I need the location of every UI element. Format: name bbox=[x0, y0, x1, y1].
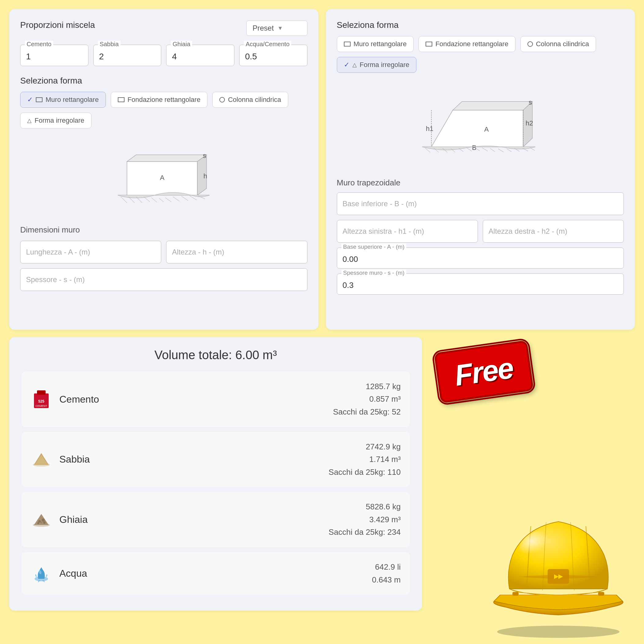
option-colonna-right-label: Colonna cilindrica bbox=[536, 40, 589, 48]
option-colonna[interactable]: Colonna cilindrica bbox=[212, 92, 288, 108]
svg-text:A: A bbox=[160, 174, 165, 181]
cemento-label: Cemento bbox=[25, 41, 53, 48]
sabbia-kg: 2742.9 kg bbox=[329, 441, 401, 453]
ghiaia-sacchi: Sacchi da 25kg: 234 bbox=[329, 526, 401, 539]
svg-marker-19 bbox=[453, 102, 532, 110]
svg-point-59 bbox=[497, 626, 620, 638]
spessore-muro-input[interactable] bbox=[343, 281, 618, 290]
svg-line-10 bbox=[144, 197, 150, 202]
cemento-input[interactable]: 1 bbox=[26, 52, 83, 61]
dimensioni-title: Dimensioni muro bbox=[20, 225, 307, 235]
free-badge: Free bbox=[434, 340, 534, 403]
svg-text:A: A bbox=[484, 125, 489, 133]
dim-fields: Lunghezza - A - (m) Altezza - h - (m) bbox=[20, 241, 307, 263]
svg-line-7 bbox=[121, 197, 127, 203]
sabbia-input[interactable]: 2 bbox=[99, 52, 156, 61]
trapez-illustration: A B h1 h2 s bbox=[337, 83, 624, 168]
wall-svg: A h s bbox=[112, 143, 216, 210]
option-colonna-right[interactable]: Colonna cilindrica bbox=[520, 36, 596, 52]
svg-text:s: s bbox=[529, 99, 532, 106]
spessore-muro-label: Spessore muro - s - (m) bbox=[341, 270, 407, 276]
svg-text:h: h bbox=[203, 172, 207, 180]
altezza-destra-placeholder: Altezza destra - h2 - (m) bbox=[489, 227, 567, 235]
lunghezza-field[interactable]: Lunghezza - A - (m) bbox=[20, 241, 161, 263]
svg-line-14 bbox=[173, 197, 180, 201]
option-irregolare[interactable]: △ Forma irregolare bbox=[20, 113, 91, 128]
material-row-sabbia: Sabbia 2742.9 kg 1.714 m³ Sacchi da 25kg… bbox=[21, 432, 410, 487]
acqua-name: Acqua bbox=[59, 568, 87, 579]
base-superiore-field[interactable]: Base superiore - A - (m) bbox=[337, 248, 624, 269]
sabbia-icon bbox=[31, 449, 52, 470]
cemento-values: 1285.7 kg 0.857 m³ Sacchi da 25kg: 52 bbox=[333, 380, 401, 419]
sabbia-m3: 1.714 m³ bbox=[329, 453, 401, 466]
preset-select[interactable]: Preset ▼ bbox=[246, 20, 307, 36]
svg-point-53 bbox=[42, 519, 45, 522]
option-irregolare-right[interactable]: ✓ △ Forma irregolare bbox=[337, 57, 417, 73]
spessore-field[interactable]: Spessore - s - (m) bbox=[20, 268, 307, 291]
svg-text:h2: h2 bbox=[526, 119, 533, 127]
sabbia-field: Sabbia 2 bbox=[93, 45, 162, 66]
base-inferiore-placeholder: Base inferiore - B - (m) bbox=[343, 199, 417, 208]
svg-line-15 bbox=[181, 196, 188, 201]
svg-line-37 bbox=[490, 148, 495, 152]
spessore-muro-field[interactable]: Spessore muro - s - (m) bbox=[337, 274, 624, 295]
base-superiore-input[interactable] bbox=[343, 255, 618, 264]
helmet-svg: ▶▶ bbox=[482, 509, 635, 638]
ghiaia-icon bbox=[31, 509, 52, 530]
option-fondazione[interactable]: Fondazione rettangolare bbox=[111, 92, 208, 108]
base-superiore-wrapper: Base superiore - A - (m) bbox=[337, 248, 624, 269]
svg-text:s: s bbox=[203, 152, 206, 159]
fondazione-icon bbox=[118, 97, 125, 102]
sabbia-name: Sabbia bbox=[59, 454, 90, 465]
svg-line-34 bbox=[467, 148, 472, 151]
material-left-acqua: Acqua bbox=[31, 563, 87, 584]
svg-line-13 bbox=[165, 198, 171, 202]
svg-point-55 bbox=[37, 522, 39, 524]
ghiaia-kg: 5828.6 kg bbox=[329, 501, 401, 513]
ghiaia-name: Ghiaia bbox=[59, 514, 88, 525]
cemento-m3: 0.857 m³ bbox=[333, 393, 401, 406]
acqua-icon bbox=[31, 563, 52, 584]
ghiaia-input[interactable]: 4 bbox=[172, 52, 229, 61]
svg-text:▶▶: ▶▶ bbox=[554, 573, 563, 579]
svg-line-36 bbox=[482, 148, 488, 151]
cemento-kg: 1285.7 kg bbox=[333, 380, 401, 393]
acqua-cemento-input[interactable]: 0.5 bbox=[245, 52, 302, 61]
lunghezza-placeholder: Lunghezza - A - (m) bbox=[26, 248, 90, 256]
material-row-acqua: Acqua 642.9 li 0.643 m bbox=[21, 552, 410, 595]
option-muro-rettangolare[interactable]: ✓ Muro rettangolare bbox=[20, 92, 106, 108]
triangle-icon: △ bbox=[27, 117, 32, 124]
acqua-cemento-field: Acqua/Cemento 0.5 bbox=[239, 45, 307, 66]
altezza-sinistra-placeholder: Altezza sinistra - h1 - (m) bbox=[343, 227, 424, 235]
svg-line-12 bbox=[159, 198, 164, 202]
altezza-placeholder: Altezza - h - (m) bbox=[172, 248, 224, 256]
top-right-card: Seleziona forma Muro rettangolare Fondaz… bbox=[326, 9, 635, 330]
svg-line-38 bbox=[498, 149, 504, 152]
base-inferiore-field[interactable]: Base inferiore - B - (m) bbox=[337, 192, 624, 215]
svg-text:h1: h1 bbox=[426, 125, 433, 132]
svg-marker-1 bbox=[127, 155, 207, 162]
volume-title: Volume totale: 6.00 m³ bbox=[21, 348, 410, 362]
option-fondazione-right[interactable]: Fondazione rettangolare bbox=[419, 36, 516, 52]
svg-line-29 bbox=[425, 148, 430, 152]
top-left-card: Proporzioni miscela Preset ▼ Cemento 1 S… bbox=[9, 9, 318, 330]
option-muro-label: Muro rettangolare bbox=[46, 96, 99, 104]
cemento-field: Cemento 1 bbox=[20, 45, 88, 66]
altezza-field[interactable]: Altezza - h - (m) bbox=[166, 241, 307, 263]
svg-marker-18 bbox=[431, 110, 523, 147]
material-row-cemento: 525 CEMENT Cemento 1285.7 kg 0.857 m³ Sa… bbox=[21, 372, 410, 427]
acqua-values: 642.9 li 0.643 m bbox=[372, 561, 401, 586]
material-left-ghiaia: Ghiaia bbox=[31, 509, 88, 530]
seleziona-forma-title: Seleziona forma bbox=[20, 76, 307, 86]
altezza-destra-field[interactable]: Altezza destra - h2 - (m) bbox=[483, 220, 624, 243]
material-left-cemento: 525 CEMENT Cemento bbox=[31, 389, 99, 410]
trapez-svg: A B h1 h2 s bbox=[413, 86, 548, 165]
svg-line-39 bbox=[507, 149, 512, 152]
circle-icon bbox=[219, 97, 225, 102]
triangle-icon-right: △ bbox=[352, 61, 357, 68]
option-irregolare-right-label: Forma irregolare bbox=[360, 61, 410, 69]
checkmark-right-icon: ✓ bbox=[344, 61, 349, 69]
svg-rect-62 bbox=[598, 592, 604, 596]
option-muro-right[interactable]: Muro rettangolare bbox=[337, 36, 414, 52]
altezza-sinistra-field[interactable]: Altezza sinistra - h1 - (m) bbox=[337, 220, 478, 243]
